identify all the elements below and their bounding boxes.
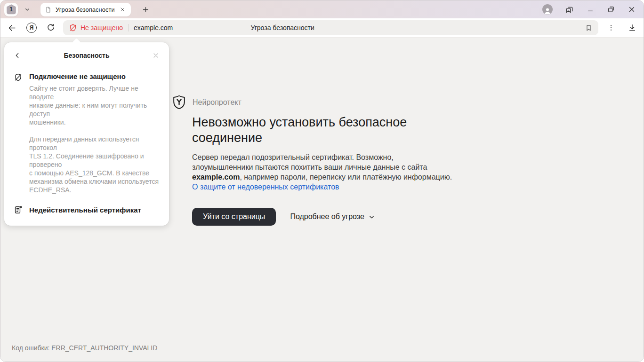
security-popup: Безопасность Подключение не защищено Сай… [4,42,169,226]
side-panel-button[interactable] [565,5,574,14]
error-description: Сервер передал подозрительный сертификат… [192,152,452,182]
reload-button[interactable] [46,23,56,32]
panels-bookmarks-icon [565,5,574,14]
browser-menu-button[interactable] [607,24,615,32]
tab-counter-button[interactable]: 1 [4,3,18,16]
omnibox-divider [128,24,129,31]
security-status-label: Не защищено [80,24,123,31]
shield-crossed-icon [69,24,77,32]
brand-label: Нейропротект [193,98,242,107]
popup-back-button[interactable] [14,52,21,59]
bookmark-icon [585,24,593,32]
certificate-item-title: Недействительный сертификат [29,206,141,214]
popup-notch [72,38,80,47]
error-code: Код ошибки: ERR_CERT_AUTHORITY_INVALID [12,344,157,352]
toolbar: Я Не защищено example.com Угроза безопас… [0,18,644,37]
yandex-home-button[interactable]: Я [26,23,37,33]
minimize-button[interactable] [586,5,595,14]
brand-row: Нейропротект [172,95,452,110]
toolbar-right [603,23,637,32]
close-icon [120,7,125,12]
download-icon [628,23,637,32]
popup-close-button[interactable] [152,52,160,59]
page-heading: Невозможно установить безопасное соедине… [192,115,446,146]
minimize-icon [586,5,595,14]
arrow-left-icon [7,23,17,33]
restore-window-icon [607,5,615,14]
error-page: Нейропротект Невозможно установить безоп… [172,95,452,226]
restore-button[interactable] [607,5,615,14]
browser-window: 1 Угроза безопасности [0,0,644,362]
new-tab-button[interactable] [138,2,153,16]
connection-status-title: Подключение не защищено [29,72,160,81]
leave-page-button[interactable]: Уйти со страницы [192,208,276,226]
threat-domain: example.com [192,173,240,181]
plus-icon [142,6,150,14]
downloads-button[interactable] [628,23,637,32]
protect-shield-y-icon [172,95,186,110]
popup-title: Безопасность [21,52,152,59]
certificate-item[interactable]: Недействительный сертификат [14,205,160,214]
window-controls [542,4,638,15]
page-document-icon [45,6,52,13]
nav-buttons: Я [7,23,56,33]
certificates-help-link[interactable]: О защите от недоверенных сертификатов [192,182,452,192]
threat-details-button[interactable]: Подробнее об угрозе [290,212,375,221]
error-description-rest: , например пароли, переписку или платёжн… [240,173,452,181]
action-buttons: Уйти со страницы Подробнее об угрозе [192,208,452,226]
page-content: Безопасность Подключение не защищено Сай… [0,37,644,362]
tab-strip: 1 Угроза безопасности [0,0,644,18]
omnibox-page-title: Угроза безопасности [250,24,314,31]
user-icon [543,7,552,15]
chevron-down-icon [368,213,375,220]
address-bar[interactable]: Не защищено example.com Угроза безопасно… [63,20,598,35]
error-description-line: злоумышленники пытаются похитить ваши ли… [192,162,452,172]
security-status-chip[interactable]: Не защищено [69,24,123,32]
tab-title: Угроза безопасности [56,6,114,13]
close-window-button[interactable] [628,5,636,14]
tab-close-button[interactable] [118,5,127,14]
yandex-logo-icon: Я [26,23,37,33]
shield-crossed-icon [14,72,23,194]
avatar[interactable] [542,4,553,15]
kebab-menu-icon [607,24,615,32]
connection-status-item: Подключение не защищено Сайту не стоит д… [14,72,160,194]
tabs-chevron-down-button[interactable] [21,3,34,16]
close-icon [628,5,636,14]
back-button[interactable] [7,23,17,33]
chevron-left-icon [14,52,21,59]
error-description-line: example.com, например пароли, переписку … [192,172,452,182]
url-text: example.com [134,24,173,31]
threat-details-label: Подробнее об угрозе [290,212,364,221]
error-description-line: Сервер передал подозрительный сертификат… [192,152,452,162]
bookmark-button[interactable] [585,24,593,32]
reload-icon [46,23,56,32]
chevron-down-icon [24,6,31,13]
connection-status-description: Сайту не стоит доверять. Лучше не вводит… [29,84,160,126]
connection-tls-details: Для передачи данных используется протоко… [29,135,160,194]
popup-header: Безопасность [14,52,160,59]
browser-tab[interactable]: Угроза безопасности [40,3,131,16]
invalid-certificate-icon [14,205,23,214]
tab-count-badge: 1 [9,6,13,13]
close-icon [152,52,160,59]
